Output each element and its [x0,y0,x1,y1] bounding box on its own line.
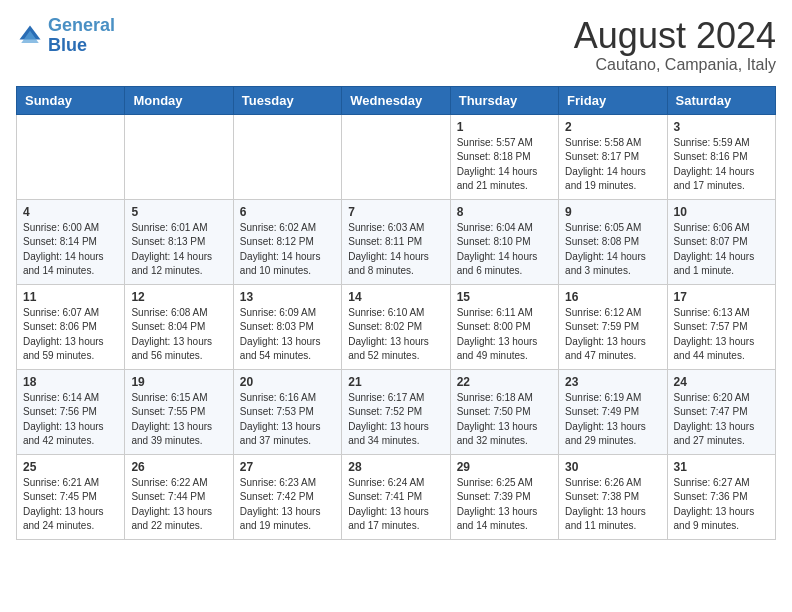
day-info: Sunrise: 6:23 AM Sunset: 7:42 PM Dayligh… [240,476,335,534]
calendar-cell: 9Sunrise: 6:05 AM Sunset: 8:08 PM Daylig… [559,199,667,284]
day-number: 9 [565,205,660,219]
calendar-cell: 28Sunrise: 6:24 AM Sunset: 7:41 PM Dayli… [342,454,450,539]
day-number: 1 [457,120,552,134]
calendar-cell: 12Sunrise: 6:08 AM Sunset: 8:04 PM Dayli… [125,284,233,369]
day-info: Sunrise: 6:11 AM Sunset: 8:00 PM Dayligh… [457,306,552,364]
day-info: Sunrise: 6:00 AM Sunset: 8:14 PM Dayligh… [23,221,118,279]
week-row-2: 4Sunrise: 6:00 AM Sunset: 8:14 PM Daylig… [17,199,776,284]
calendar-table: SundayMondayTuesdayWednesdayThursdayFrid… [16,86,776,540]
weekday-header-monday: Monday [125,86,233,114]
day-number: 15 [457,290,552,304]
day-number: 13 [240,290,335,304]
calendar-cell: 20Sunrise: 6:16 AM Sunset: 7:53 PM Dayli… [233,369,341,454]
calendar-cell: 13Sunrise: 6:09 AM Sunset: 8:03 PM Dayli… [233,284,341,369]
day-info: Sunrise: 6:26 AM Sunset: 7:38 PM Dayligh… [565,476,660,534]
month-year: August 2024 [574,16,776,56]
week-row-5: 25Sunrise: 6:21 AM Sunset: 7:45 PM Dayli… [17,454,776,539]
day-number: 11 [23,290,118,304]
weekday-header-saturday: Saturday [667,86,775,114]
calendar-cell [342,114,450,199]
day-info: Sunrise: 6:24 AM Sunset: 7:41 PM Dayligh… [348,476,443,534]
day-number: 5 [131,205,226,219]
calendar-cell [17,114,125,199]
logo-icon [16,22,44,50]
calendar-cell: 27Sunrise: 6:23 AM Sunset: 7:42 PM Dayli… [233,454,341,539]
location: Cautano, Campania, Italy [574,56,776,74]
day-number: 3 [674,120,769,134]
day-info: Sunrise: 6:17 AM Sunset: 7:52 PM Dayligh… [348,391,443,449]
day-info: Sunrise: 6:13 AM Sunset: 7:57 PM Dayligh… [674,306,769,364]
calendar-cell: 14Sunrise: 6:10 AM Sunset: 8:02 PM Dayli… [342,284,450,369]
calendar-cell: 19Sunrise: 6:15 AM Sunset: 7:55 PM Dayli… [125,369,233,454]
calendar-cell: 22Sunrise: 6:18 AM Sunset: 7:50 PM Dayli… [450,369,558,454]
day-number: 28 [348,460,443,474]
day-info: Sunrise: 6:09 AM Sunset: 8:03 PM Dayligh… [240,306,335,364]
day-number: 30 [565,460,660,474]
day-info: Sunrise: 6:18 AM Sunset: 7:50 PM Dayligh… [457,391,552,449]
calendar-cell [125,114,233,199]
calendar-cell: 23Sunrise: 6:19 AM Sunset: 7:49 PM Dayli… [559,369,667,454]
calendar-cell: 31Sunrise: 6:27 AM Sunset: 7:36 PM Dayli… [667,454,775,539]
day-info: Sunrise: 6:05 AM Sunset: 8:08 PM Dayligh… [565,221,660,279]
week-row-4: 18Sunrise: 6:14 AM Sunset: 7:56 PM Dayli… [17,369,776,454]
day-number: 8 [457,205,552,219]
calendar-cell: 15Sunrise: 6:11 AM Sunset: 8:00 PM Dayli… [450,284,558,369]
calendar-cell: 2Sunrise: 5:58 AM Sunset: 8:17 PM Daylig… [559,114,667,199]
day-number: 27 [240,460,335,474]
calendar-cell: 11Sunrise: 6:07 AM Sunset: 8:06 PM Dayli… [17,284,125,369]
day-info: Sunrise: 6:16 AM Sunset: 7:53 PM Dayligh… [240,391,335,449]
day-number: 14 [348,290,443,304]
calendar-cell: 1Sunrise: 5:57 AM Sunset: 8:18 PM Daylig… [450,114,558,199]
calendar-cell: 24Sunrise: 6:20 AM Sunset: 7:47 PM Dayli… [667,369,775,454]
day-number: 2 [565,120,660,134]
day-info: Sunrise: 6:20 AM Sunset: 7:47 PM Dayligh… [674,391,769,449]
day-info: Sunrise: 6:27 AM Sunset: 7:36 PM Dayligh… [674,476,769,534]
calendar-cell: 29Sunrise: 6:25 AM Sunset: 7:39 PM Dayli… [450,454,558,539]
day-number: 4 [23,205,118,219]
day-number: 20 [240,375,335,389]
day-number: 18 [23,375,118,389]
logo-line1: General [48,15,115,35]
calendar-cell: 10Sunrise: 6:06 AM Sunset: 8:07 PM Dayli… [667,199,775,284]
day-info: Sunrise: 6:12 AM Sunset: 7:59 PM Dayligh… [565,306,660,364]
day-number: 19 [131,375,226,389]
day-info: Sunrise: 6:14 AM Sunset: 7:56 PM Dayligh… [23,391,118,449]
day-info: Sunrise: 5:59 AM Sunset: 8:16 PM Dayligh… [674,136,769,194]
weekday-header-tuesday: Tuesday [233,86,341,114]
day-info: Sunrise: 5:57 AM Sunset: 8:18 PM Dayligh… [457,136,552,194]
calendar-cell: 18Sunrise: 6:14 AM Sunset: 7:56 PM Dayli… [17,369,125,454]
calendar-cell: 7Sunrise: 6:03 AM Sunset: 8:11 PM Daylig… [342,199,450,284]
day-info: Sunrise: 6:08 AM Sunset: 8:04 PM Dayligh… [131,306,226,364]
day-number: 24 [674,375,769,389]
day-info: Sunrise: 6:21 AM Sunset: 7:45 PM Dayligh… [23,476,118,534]
week-row-1: 1Sunrise: 5:57 AM Sunset: 8:18 PM Daylig… [17,114,776,199]
calendar-cell: 5Sunrise: 6:01 AM Sunset: 8:13 PM Daylig… [125,199,233,284]
day-number: 7 [348,205,443,219]
calendar-cell: 17Sunrise: 6:13 AM Sunset: 7:57 PM Dayli… [667,284,775,369]
day-info: Sunrise: 6:19 AM Sunset: 7:49 PM Dayligh… [565,391,660,449]
day-info: Sunrise: 6:07 AM Sunset: 8:06 PM Dayligh… [23,306,118,364]
day-number: 23 [565,375,660,389]
page-header: General Blue August 2024 Cautano, Campan… [16,16,776,74]
calendar-cell: 25Sunrise: 6:21 AM Sunset: 7:45 PM Dayli… [17,454,125,539]
calendar-cell: 21Sunrise: 6:17 AM Sunset: 7:52 PM Dayli… [342,369,450,454]
weekday-header-friday: Friday [559,86,667,114]
day-number: 21 [348,375,443,389]
day-info: Sunrise: 6:22 AM Sunset: 7:44 PM Dayligh… [131,476,226,534]
calendar-cell [233,114,341,199]
day-number: 25 [23,460,118,474]
weekday-header-thursday: Thursday [450,86,558,114]
title-block: August 2024 Cautano, Campania, Italy [574,16,776,74]
day-info: Sunrise: 6:04 AM Sunset: 8:10 PM Dayligh… [457,221,552,279]
day-info: Sunrise: 6:01 AM Sunset: 8:13 PM Dayligh… [131,221,226,279]
logo-line2: Blue [48,35,87,55]
weekday-header-wednesday: Wednesday [342,86,450,114]
calendar-cell: 16Sunrise: 6:12 AM Sunset: 7:59 PM Dayli… [559,284,667,369]
week-row-3: 11Sunrise: 6:07 AM Sunset: 8:06 PM Dayli… [17,284,776,369]
day-number: 10 [674,205,769,219]
day-number: 22 [457,375,552,389]
day-number: 26 [131,460,226,474]
day-info: Sunrise: 6:03 AM Sunset: 8:11 PM Dayligh… [348,221,443,279]
day-info: Sunrise: 5:58 AM Sunset: 8:17 PM Dayligh… [565,136,660,194]
calendar-cell: 3Sunrise: 5:59 AM Sunset: 8:16 PM Daylig… [667,114,775,199]
